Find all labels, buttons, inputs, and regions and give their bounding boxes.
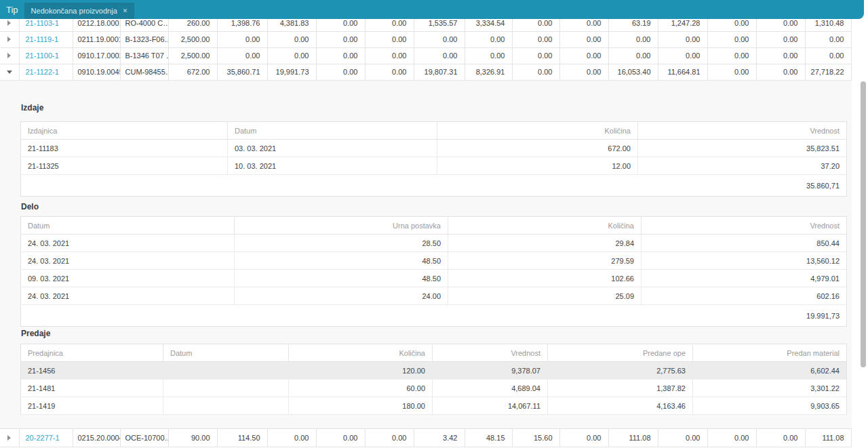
cell: 0.00 bbox=[365, 429, 414, 447]
cell bbox=[163, 362, 289, 380]
table-header-row: Datum Urna postavka Količina Vrednost bbox=[21, 217, 847, 235]
column-header[interactable]: Količina bbox=[437, 122, 638, 140]
column-header[interactable]: Predan material bbox=[693, 344, 847, 362]
order-id-link[interactable]: 21-1100-1 bbox=[19, 47, 73, 64]
cell: 9,903.65 bbox=[693, 397, 847, 415]
order-name: OCE-10700… bbox=[120, 429, 168, 447]
cell: 102.66 bbox=[448, 270, 642, 287]
table-row[interactable]: 21-1481 60.00 4,689.04 1,387.82 3,301.22 bbox=[21, 380, 847, 397]
vertical-scrollbar-thumb[interactable] bbox=[861, 81, 866, 367]
column-header[interactable]: Količina bbox=[448, 217, 642, 235]
cell: 0.00 bbox=[608, 47, 658, 64]
table-row[interactable]: 09. 03. 2021 48.50 102.66 4,979.01 bbox=[21, 270, 847, 287]
table-row[interactable]: 21-11183 03. 03. 2021 672.00 35,823.51 bbox=[21, 140, 847, 157]
column-header[interactable]: Datum bbox=[228, 122, 437, 140]
table-row[interactable]: 24. 03. 2021 28.50 29.84 850.44 bbox=[21, 235, 847, 252]
cell: 180.00 bbox=[289, 397, 433, 415]
cell: 4,163.46 bbox=[548, 397, 693, 415]
column-header[interactable]: Urna postavka bbox=[235, 217, 448, 235]
table-header-row: Izdajnica Datum Količina Vrednost bbox=[21, 122, 847, 140]
cell: 111.08 bbox=[805, 429, 851, 447]
column-header[interactable]: Količina bbox=[289, 344, 433, 362]
cell: 0.00 bbox=[465, 31, 512, 47]
order-id-link[interactable]: 21-1122-1 bbox=[19, 64, 73, 80]
caret-right-icon bbox=[7, 53, 11, 58]
cell: 15.60 bbox=[512, 429, 559, 447]
table-row[interactable]: 21-11325 10. 03. 2021 12.00 37.20 bbox=[21, 157, 847, 175]
section-title-izdaje: Izdaje bbox=[21, 103, 43, 113]
cell: 0.00 bbox=[217, 47, 267, 64]
cell: 0.00 bbox=[267, 47, 316, 64]
menu-button-tip[interactable]: Tip bbox=[0, 0, 24, 19]
cell: 0.00 bbox=[805, 47, 851, 64]
grid-row-expanded[interactable]: 21-1122-1 0910.19.0045 CUM-98455… 672.00… bbox=[0, 64, 851, 80]
cell: 0.00 bbox=[756, 429, 805, 447]
table-row[interactable]: 24. 03. 2021 48.50 279.59 13,560.12 bbox=[21, 252, 847, 270]
collapse-toggle[interactable] bbox=[0, 64, 19, 80]
cell: 0.00 bbox=[559, 64, 608, 80]
column-header[interactable]: Datum bbox=[21, 217, 235, 235]
cell: 4,689.04 bbox=[433, 380, 548, 397]
table-header-row: Predajnica Datum Količina Vrednost Preda… bbox=[21, 344, 847, 362]
cell: 90.00 bbox=[168, 429, 217, 447]
cell: 48.50 bbox=[235, 252, 448, 270]
expand-toggle[interactable] bbox=[0, 47, 19, 64]
cell: 3.42 bbox=[414, 429, 465, 447]
column-header[interactable]: Vrednost bbox=[433, 344, 548, 362]
cell: 0.00 bbox=[707, 429, 756, 447]
cell: 0.00 bbox=[756, 64, 805, 80]
cell: 0.00 bbox=[756, 31, 805, 47]
predaje-table: Predajnica Datum Količina Vrednost Preda… bbox=[20, 344, 847, 415]
column-header[interactable]: Predajnica bbox=[21, 344, 163, 362]
tab-nedokoncana-proizvodnja[interactable]: Nedokončana proizvodnja ✕ bbox=[24, 3, 135, 19]
caret-right-icon bbox=[7, 435, 11, 441]
expand-toggle[interactable] bbox=[0, 429, 19, 447]
table-row[interactable]: 21-1419 180.00 14,067.11 4,163.46 9,903.… bbox=[21, 397, 847, 415]
order-id-link[interactable]: 20-2277-1 bbox=[19, 429, 73, 447]
cell: 0.00 bbox=[805, 31, 851, 47]
cell: 0.00 bbox=[365, 47, 414, 64]
cell: 0.00 bbox=[559, 31, 608, 47]
cell bbox=[163, 380, 289, 397]
column-header[interactable]: Predane ope bbox=[548, 344, 693, 362]
table-row-selected[interactable]: 21-1456 120.00 9,378.07 2,775.63 6,602.4… bbox=[21, 362, 847, 380]
cell: 28.50 bbox=[235, 235, 448, 252]
tab-bar: Tip Nedokončana proizvodnja ✕ bbox=[0, 0, 864, 19]
cell: 0.00 bbox=[512, 31, 559, 47]
column-header[interactable]: Vrednost bbox=[638, 122, 847, 140]
cell: 0.00 bbox=[316, 429, 365, 447]
expand-toggle[interactable] bbox=[0, 31, 19, 47]
cell: 0.00 bbox=[707, 31, 756, 47]
grid-row[interactable]: 21-1100-1 0910.17.0002 B-1346 T07 … 2,50… bbox=[0, 47, 851, 64]
column-header[interactable]: Izdajnica bbox=[21, 122, 228, 140]
close-icon[interactable]: ✕ bbox=[123, 8, 128, 14]
table-row[interactable]: 24. 03. 2021 24.00 25.09 602.16 bbox=[21, 287, 847, 305]
grid-row[interactable]: 20-2277-1 0215.20.0004 OCE-10700… 90.00 … bbox=[0, 429, 851, 447]
cell: 48.50 bbox=[235, 270, 448, 287]
cell: 111.08 bbox=[608, 429, 658, 447]
cell: 60.00 bbox=[289, 380, 433, 397]
cell: 8,326.91 bbox=[465, 64, 512, 80]
column-header[interactable]: Vrednost bbox=[642, 217, 847, 235]
cell: 21-11183 bbox=[21, 140, 228, 157]
cell: 0.00 bbox=[365, 31, 414, 47]
cell: 0.00 bbox=[707, 64, 756, 80]
cell: 48.15 bbox=[465, 429, 512, 447]
order-id-link[interactable]: 21-1119-1 bbox=[19, 31, 73, 47]
cell: 35,860.71 bbox=[217, 64, 267, 80]
cell: 21-11325 bbox=[21, 157, 228, 175]
cell: 21-1456 bbox=[21, 362, 163, 380]
cell: 2,500.00 bbox=[168, 47, 217, 64]
cell: 0.00 bbox=[267, 31, 316, 47]
cell: 14,067.11 bbox=[433, 397, 548, 415]
cell: 24. 03. 2021 bbox=[21, 252, 235, 270]
column-header[interactable]: Datum bbox=[163, 344, 289, 362]
cell: 24. 03. 2021 bbox=[21, 235, 235, 252]
cell: 0.00 bbox=[608, 31, 658, 47]
grid-row[interactable]: 21-1119-1 0211.19.0001 B-1323-F06… 2,500… bbox=[0, 31, 851, 47]
cell: 27,718.22 bbox=[805, 64, 851, 80]
order-name: CUM-98455… bbox=[120, 64, 168, 80]
delo-table: Datum Urna postavka Količina Vrednost 24… bbox=[20, 216, 847, 327]
cell: 672.00 bbox=[437, 140, 638, 157]
cell: 120.00 bbox=[289, 362, 433, 380]
